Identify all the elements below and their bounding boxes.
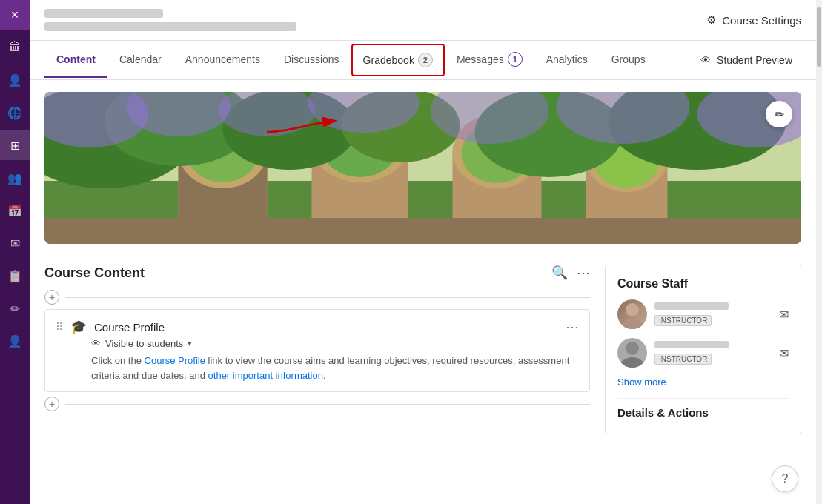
other-info-link[interactable]: other important information xyxy=(208,370,323,381)
top-bar: ⚙ Course Settings xyxy=(30,0,816,41)
staff-member-1: INSTRUCTOR ✉ xyxy=(617,299,789,329)
student-preview-icon: 👁 xyxy=(700,54,711,66)
breadcrumb xyxy=(44,9,163,18)
gear-icon: ⚙ xyxy=(706,13,716,27)
staff-name-bar-1 xyxy=(654,302,729,310)
hero-image: ✏ xyxy=(44,92,801,244)
scrollbar-thumb[interactable] xyxy=(817,7,821,67)
panel-actions: 🔍 ⋯ xyxy=(551,265,590,281)
sidebar: × 🏛 👤 🌐 ⊞ 👥 📅 ✉ 📋 ✏ 👤 xyxy=(0,0,30,504)
gradebook-badge: 2 xyxy=(418,53,433,67)
content-item-left: ⠿ 🎓 Course Profile xyxy=(56,319,165,335)
course-content-title: Course Content xyxy=(44,265,145,281)
tab-announcements[interactable]: Announcements xyxy=(173,43,272,78)
search-icon[interactable]: 🔍 xyxy=(551,265,568,281)
svg-point-32 xyxy=(620,319,644,329)
sidebar-icon-edit[interactable]: ✏ xyxy=(0,294,30,323)
item-description: Click on the Course Profile link to view… xyxy=(91,354,579,382)
course-staff-title: Course Staff xyxy=(617,277,789,291)
sidebar-icon-people[interactable]: 👥 xyxy=(0,163,30,193)
more-options-icon[interactable]: ⋯ xyxy=(577,265,590,281)
eye-icon: 👁 xyxy=(91,338,101,349)
staff-member-2: INSTRUCTOR ✉ xyxy=(617,338,789,368)
add-content-button-top[interactable]: + xyxy=(44,290,59,305)
course-title-bar xyxy=(44,22,296,31)
sidebar-icon-user[interactable]: 👤 xyxy=(0,65,30,95)
course-settings-button[interactable]: ⚙ Course Settings xyxy=(706,13,801,27)
graduation-cap-icon: 🎓 xyxy=(70,319,87,335)
student-preview-button[interactable]: 👁 Student Preview xyxy=(692,48,801,72)
main-content: ⚙ Course Settings Content Calendar Annou… xyxy=(30,0,816,504)
tab-calendar[interactable]: Calendar xyxy=(107,43,173,78)
course-profile-link[interactable]: Course Profile xyxy=(145,355,205,366)
hero-edit-button[interactable]: ✏ xyxy=(766,101,792,127)
details-actions-title: Details & Actions xyxy=(617,398,789,422)
show-more-link[interactable]: Show more xyxy=(617,377,789,388)
visibility-row: 👁 Visible to students ▾ xyxy=(91,338,579,349)
tab-gradebook[interactable]: Gradebook 2 xyxy=(351,44,445,76)
sidebar-icon-profile[interactable]: 👤 xyxy=(0,326,30,356)
tab-groups[interactable]: Groups xyxy=(600,43,657,78)
staff-info-2: INSTRUCTOR xyxy=(654,341,772,365)
item-menu-button[interactable]: ⋯ xyxy=(566,319,579,335)
visibility-label[interactable]: Visible to students xyxy=(105,338,183,349)
tab-analytics[interactable]: Analytics xyxy=(534,43,600,78)
sidebar-icon-institution[interactable]: 🏛 xyxy=(0,33,30,62)
divider-row-top: + xyxy=(44,290,590,305)
tab-content[interactable]: Content xyxy=(44,43,107,78)
course-profile-item: ⠿ 🎓 Course Profile ⋯ 👁 Visible to studen… xyxy=(44,309,590,392)
staff-email-icon-1[interactable]: ✉ xyxy=(779,308,789,322)
sidebar-icon-document[interactable]: 📋 xyxy=(0,261,30,291)
staff-email-icon-2[interactable]: ✉ xyxy=(779,346,789,360)
content-item-header: ⠿ 🎓 Course Profile ⋯ xyxy=(56,319,579,335)
sidebar-icon-calendar[interactable]: 📅 xyxy=(0,196,30,225)
nav-tabs: Content Calendar Announcements Discussio… xyxy=(30,41,816,80)
divider-line-top xyxy=(65,297,590,298)
pencil-icon: ✏ xyxy=(775,107,784,122)
svg-point-33 xyxy=(626,342,639,355)
add-content-button-bottom[interactable]: + xyxy=(44,397,59,411)
chevron-down-icon[interactable]: ▾ xyxy=(188,339,192,348)
panel-header: Course Content 🔍 ⋯ xyxy=(44,256,590,287)
staff-avatar-1 xyxy=(617,299,647,329)
sidebar-icon-mail[interactable]: ✉ xyxy=(0,228,30,258)
svg-point-34 xyxy=(620,357,644,368)
staff-info-1: INSTRUCTOR xyxy=(654,302,772,326)
staff-name-bar-2 xyxy=(654,341,729,348)
sidebar-icon-globe[interactable]: 🌐 xyxy=(0,98,30,127)
svg-point-31 xyxy=(626,303,639,316)
item-title: Course Profile xyxy=(94,321,165,334)
sidebar-close-button[interactable]: × xyxy=(0,0,30,30)
sidebar-icon-grid[interactable]: ⊞ xyxy=(0,130,30,160)
tab-discussions[interactable]: Discussions xyxy=(272,43,351,78)
course-content-panel: Course Content 🔍 ⋯ + ⠿ 🎓 Course Profile xyxy=(44,256,590,434)
top-bar-left xyxy=(44,9,296,31)
help-button[interactable]: ? xyxy=(772,465,798,492)
content-area: Course Content 🔍 ⋯ + ⠿ 🎓 Course Profile xyxy=(30,256,816,449)
divider-row-bottom: + xyxy=(44,397,590,411)
staff-badge-1: INSTRUCTOR xyxy=(654,315,712,326)
messages-badge: 1 xyxy=(508,52,523,67)
drag-handle[interactable]: ⠿ xyxy=(56,321,63,333)
course-staff-section: Course Staff INSTRUCTOR ✉ xyxy=(605,265,801,434)
scrollbar[interactable] xyxy=(816,0,822,504)
staff-badge-2: INSTRUCTOR xyxy=(654,354,712,365)
tab-messages[interactable]: Messages 1 xyxy=(445,42,534,79)
svg-rect-30 xyxy=(44,218,801,244)
right-panel: Course Staff INSTRUCTOR ✉ xyxy=(605,256,801,434)
staff-avatar-2 xyxy=(617,338,647,368)
divider-line-bottom xyxy=(65,404,590,405)
